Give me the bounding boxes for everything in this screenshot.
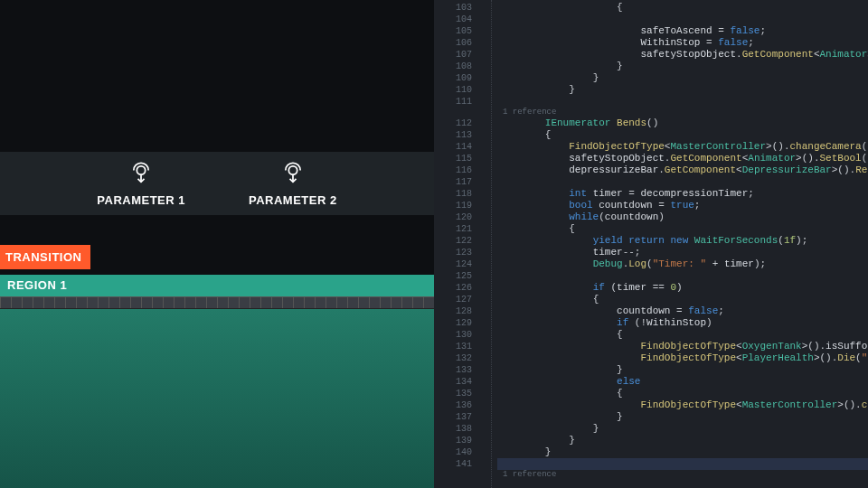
code-line[interactable]: FindObjectOfType<OxygenTank>().isSuffoca… (497, 341, 868, 352)
code-line[interactable]: { (497, 329, 868, 341)
code-line[interactable] (497, 176, 868, 188)
codelens-reference[interactable]: 1 reference (497, 470, 868, 480)
region-header[interactable]: REGION 1 (0, 275, 434, 296)
code-line[interactable]: safeToAscend = false; (497, 25, 868, 37)
code-line[interactable]: WithinStop = false; (497, 37, 868, 49)
svg-point-0 (137, 165, 145, 174)
transition-chip[interactable]: TRANSITION (0, 245, 90, 269)
code-line[interactable]: yield return new WaitForSeconds(1f); (497, 235, 868, 247)
audio-panel-empty-area (0, 0, 434, 152)
code-line[interactable]: if (!WithinStop) (497, 317, 868, 329)
code-line[interactable]: { (497, 129, 868, 141)
line-number-gutter: 1031041051061071081091101111121131141151… (434, 0, 479, 488)
parameter-1[interactable]: PARAMETER 1 (97, 161, 185, 207)
parameter-2-label: PARAMETER 2 (249, 193, 337, 207)
code-line[interactable]: safetyStopObject.GetComponent<Animator>(… (497, 49, 868, 61)
touch-icon (280, 161, 306, 186)
code-line[interactable]: IEnumerator Bends() // Start decompressi… (497, 117, 868, 129)
touch-icon (128, 161, 154, 186)
code-line[interactable]: while(countdown) (497, 211, 868, 223)
audio-panel: PARAMETER 1 PARAMETER 2 TRANSITION REGIO… (0, 0, 434, 488)
code-line[interactable] (497, 458, 868, 470)
code-area[interactable]: { safeToAscend = false; WithinStop = fal… (492, 0, 868, 488)
code-line[interactable]: depressurizeBar.GetComponent<Depressuriz… (497, 164, 868, 176)
code-line[interactable]: int timer = decompressionTimer; (497, 188, 868, 200)
parameter-2[interactable]: PARAMETER 2 (249, 161, 337, 207)
parameter-row: PARAMETER 1 PARAMETER 2 (0, 152, 434, 215)
code-line[interactable]: } (497, 435, 868, 446)
code-line[interactable] (497, 14, 868, 25)
code-line[interactable]: FindObjectOfType<MasterController>().cha… (497, 141, 868, 153)
code-line[interactable]: } (497, 61, 868, 72)
code-line[interactable]: } (497, 364, 868, 376)
code-line[interactable]: countdown = false; (497, 305, 868, 317)
code-line[interactable]: { (497, 294, 868, 305)
waveform[interactable] (0, 309, 434, 488)
code-line[interactable]: Debug.Log("Timer: " + timer); (497, 258, 868, 270)
code-line[interactable]: } (497, 84, 868, 96)
code-line[interactable]: { (497, 223, 868, 235)
track-area[interactable]: TRANSITION REGION 1 (0, 215, 434, 488)
code-line[interactable]: } (497, 446, 868, 458)
code-line[interactable] (497, 270, 868, 282)
code-line[interactable]: { (497, 2, 868, 14)
code-line[interactable]: } (497, 411, 868, 423)
codelens-reference[interactable]: 1 reference (497, 108, 868, 117)
code-line[interactable]: } (497, 72, 868, 84)
timeline-ruler[interactable] (0, 296, 434, 309)
code-line[interactable]: } (497, 423, 868, 435)
code-line[interactable]: timer--; (497, 247, 868, 258)
code-line[interactable]: { (497, 388, 868, 399)
code-line[interactable]: bool countdown = true; (497, 200, 868, 211)
parameter-1-label: PARAMETER 1 (97, 193, 185, 207)
svg-point-1 (288, 165, 297, 174)
code-line[interactable]: FindObjectOfType<MasterController>().cha… (497, 399, 868, 411)
code-line[interactable]: FindObjectOfType<PlayerHealth>().Die("ex… (497, 352, 868, 364)
code-line[interactable]: safetyStopObject.GetComponent<Animator>(… (497, 153, 868, 164)
code-line[interactable]: if (timer == 0) (497, 282, 868, 294)
code-editor[interactable]: 1031041051061071081091101111121131141151… (434, 0, 868, 488)
code-line[interactable] (497, 96, 868, 108)
code-line[interactable]: else (497, 376, 868, 388)
fold-column[interactable] (479, 0, 492, 488)
